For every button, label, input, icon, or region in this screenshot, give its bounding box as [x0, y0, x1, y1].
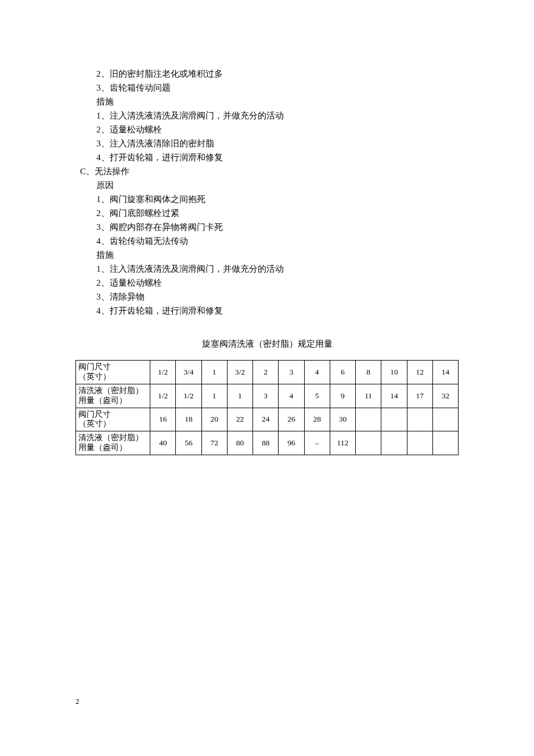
table-cell: 28: [304, 408, 330, 431]
table-cell: 1: [227, 384, 252, 408]
table-cell: [381, 408, 407, 431]
table-cell: 56: [176, 431, 201, 455]
table-cell: 3: [253, 384, 279, 408]
table-cell: 1/2: [176, 384, 201, 408]
body-text: 2、旧的密封脂注老化或堆积过多3、齿轮箱传动问题措施1、注入清洗液清洗及润滑阀门…: [75, 67, 459, 318]
text-line: 4、齿轮传动箱无法传动: [75, 234, 459, 248]
table-cell: 9: [330, 384, 355, 408]
text-line: 措施: [75, 248, 459, 262]
text-line: C、无法操作: [75, 164, 459, 178]
text-line: 1、阀门旋塞和阀体之间抱死: [75, 192, 459, 206]
table-row: 清洗液（密封脂）用量（盎司）1/21/211345911141732: [76, 384, 459, 408]
table-cell: [356, 408, 381, 431]
table-cell: –: [304, 431, 330, 455]
table-cell: 3/2: [227, 361, 252, 384]
table-cell: 4: [304, 361, 330, 384]
document-page: 2、旧的密封脂注老化或堆积过多3、齿轮箱传动问题措施1、注入清洗液清洗及润滑阀门…: [0, 0, 534, 455]
table-cell: 17: [407, 384, 432, 408]
text-line: 3、阀腔内部存在异物将阀门卡死: [75, 220, 459, 234]
text-line: 3、齿轮箱传动问题: [75, 81, 459, 95]
table-cell: 11: [356, 384, 381, 408]
row-label: 阀门尺寸（英寸）: [76, 361, 150, 384]
table-cell: 10: [381, 361, 407, 384]
text-line: 2、旧的密封脂注老化或堆积过多: [75, 67, 459, 81]
table-cell: [381, 431, 407, 455]
table-cell: 22: [227, 408, 252, 431]
table-cell: 3: [279, 361, 304, 384]
table-cell: 20: [201, 408, 227, 431]
row-label: 清洗液（密封脂）用量（盎司）: [76, 384, 150, 408]
table-cell: 5: [304, 384, 330, 408]
table-cell: 14: [432, 361, 458, 384]
table-cell: 40: [150, 431, 176, 455]
table-row: 阀门尺寸（英寸）1/23/413/223468101214: [76, 361, 459, 384]
table-cell: 1: [201, 384, 227, 408]
table-row: 阀门尺寸（英寸）1618202224262830: [76, 408, 459, 431]
table-cell: 18: [176, 408, 201, 431]
table-cell: 16: [150, 408, 176, 431]
table-cell: 3/4: [176, 361, 201, 384]
table-cell: 4: [279, 384, 304, 408]
table-cell: 112: [330, 431, 355, 455]
table-cell: 80: [227, 431, 252, 455]
text-line: 4、打开齿轮箱，进行润滑和修复: [75, 304, 459, 318]
table-cell: 32: [432, 384, 458, 408]
table-cell: 6: [330, 361, 355, 384]
text-line: 3、清除异物: [75, 290, 459, 304]
table-cell: [432, 431, 458, 455]
table-cell: 1: [201, 361, 227, 384]
table-cell: 1/2: [150, 384, 176, 408]
text-line: 1、注入清洗液清洗及润滑阀门，并做充分的活动: [75, 262, 459, 276]
text-line: 4、打开齿轮箱，进行润滑和修复: [75, 150, 459, 164]
table-cell: 24: [253, 408, 279, 431]
table-cell: 96: [279, 431, 304, 455]
table-cell: 14: [381, 384, 407, 408]
text-line: 1、注入清洗液清洗及润滑阀门，并做充分的活动: [75, 109, 459, 123]
text-line: 2、适量松动螺栓: [75, 276, 459, 290]
table-row: 清洗液（密封脂）用量（盎司）405672808896–112: [76, 431, 459, 455]
row-label: 阀门尺寸（英寸）: [76, 408, 150, 431]
table-cell: 12: [407, 361, 432, 384]
table-cell: 72: [201, 431, 227, 455]
text-line: 措施: [75, 95, 459, 109]
table-cell: 88: [253, 431, 279, 455]
table-cell: 1/2: [150, 361, 176, 384]
row-label: 清洗液（密封脂）用量（盎司）: [76, 431, 150, 455]
text-line: 2、适量松动螺栓: [75, 123, 459, 136]
table-cell: 8: [356, 361, 381, 384]
table-cell: 30: [330, 408, 355, 431]
page-number: 2: [75, 697, 80, 706]
text-line: 2、阀门底部螺栓过紧: [75, 206, 459, 220]
table-cell: 26: [279, 408, 304, 431]
table-cell: 2: [253, 361, 279, 384]
text-line: 原因: [75, 178, 459, 192]
table-cell: [407, 408, 432, 431]
table-cell: [407, 431, 432, 455]
dosage-table: 阀门尺寸（英寸）1/23/413/223468101214清洗液（密封脂）用量（…: [75, 360, 459, 455]
table-cell: [432, 408, 458, 431]
table-title: 旋塞阀清洗液（密封脂）规定用量: [75, 339, 459, 350]
text-line: 3、注入清洗液清除旧的密封脂: [75, 136, 459, 150]
table-cell: [356, 431, 381, 455]
